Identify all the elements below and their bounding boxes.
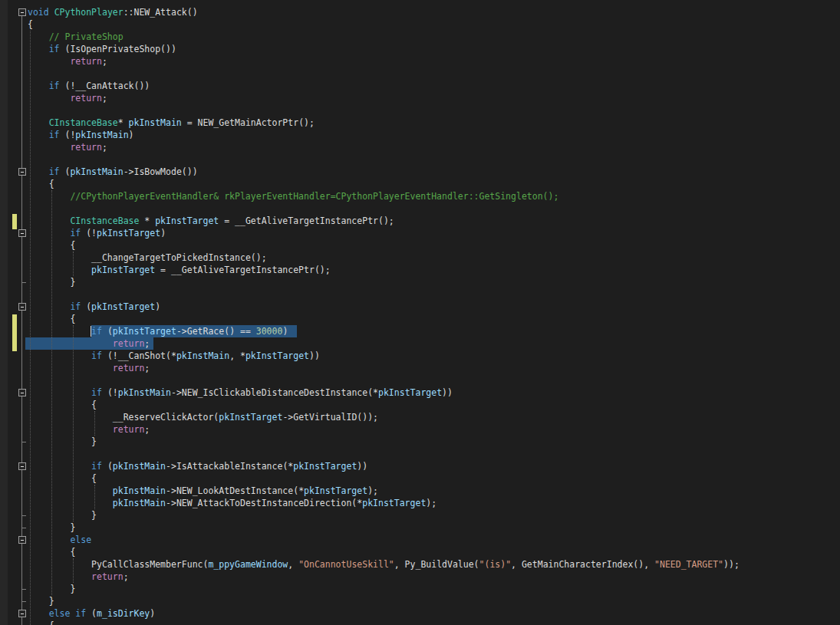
token-kw: if [91,326,102,337]
code-line[interactable]: return; [28,423,150,436]
code-line[interactable]: { [28,18,33,31]
code-line[interactable]: if (pkInstMain->IsBowMode()) [28,166,198,178]
code-line[interactable]: else [28,534,91,546]
fold-collapse-button[interactable] [18,536,26,544]
code-line[interactable]: return; [28,92,107,104]
token-pl: ( [81,301,91,312]
code-line[interactable]: } [28,521,75,534]
code-line[interactable]: if (!pkInstTarget) [28,227,166,239]
code-line[interactable]: return; [28,337,150,350]
token-ctl: return [70,142,102,153]
token-pl: { [91,400,97,410]
token-pl: ; [144,338,150,349]
minus-icon [21,307,24,308]
token-pl: (!__CanAttack()) [60,81,150,91]
code-line[interactable]: if (pkInstMain->IsAttackableInstance(*pk… [28,460,367,472]
code-line[interactable]: } [28,276,75,288]
code-line[interactable]: else if (m_isDirKey) [28,607,155,620]
token-pl: ( [102,461,113,472]
token-pl: ->NEW_IsClickableDistanceDestInstance(* [171,387,378,398]
token-pl: (!__CanShot(* [102,350,176,361]
code-line[interactable]: return; [28,55,107,67]
code-line[interactable]: { [28,178,54,190]
code-line[interactable]: if (pkInstTarget) [28,301,160,313]
token-pl: (! [60,130,76,140]
token-pl: , GetMainCharacterIndex(), [511,559,654,570]
code-line[interactable]: { [28,472,97,485]
code-line[interactable]: } [28,583,75,595]
token-cmt: //CPythonPlayerEventHandler& rkPlayerEve… [70,191,558,202]
token-pl: } [91,510,97,521]
code-line[interactable]: pkInstMain->NEW_AttackToDestInstanceDire… [28,497,436,509]
code-line[interactable]: CInstanceBase * pkInstTarget = __GetAliv… [28,215,394,227]
code-line[interactable]: void CPythonPlayer::NEW_Attack() [28,6,198,18]
minus-icon [21,613,24,614]
code-line[interactable]: if (pkInstTarget->GetRace() == 30000) [28,325,288,337]
token-var: pkInstTarget [91,265,155,275]
code-line[interactable]: return; [28,141,107,153]
token-var: m_isDirKey [97,608,150,619]
token-kw: else [49,608,71,619]
token-var: pkInstTarget [91,301,155,312]
fold-collapse-button[interactable] [18,462,26,470]
token-pl: ; [102,56,107,67]
token-pl: (! [81,228,97,238]
code-line[interactable]: } [28,436,97,448]
fold-collapse-button[interactable] [18,229,26,237]
code-line[interactable]: } [28,509,97,521]
code-line[interactable]: { [28,313,75,325]
token-pl: { [28,19,33,30]
code-line[interactable]: pkInstTarget = __GetAliveTargetInstanceP… [28,264,331,276]
code-editor[interactable]: void CPythonPlayer::NEW_Attack(){// Priv… [0,0,840,625]
code-line[interactable]: if (!__CanAttack()) [28,80,150,92]
code-line[interactable]: return; [28,571,129,583]
code-line[interactable]: { [28,546,75,558]
code-line[interactable]: if (!pkInstMain->NEW_IsClickableDistance… [28,387,453,399]
code-line[interactable]: CInstanceBase* pkInstMain = NEW_GetMainA… [28,117,315,129]
minus-icon [21,172,24,173]
token-num: 30000 [256,326,283,337]
token-pl: } [70,522,75,533]
code-line[interactable]: if (!__CanShot(*pkInstMain, *pkInstTarge… [28,350,320,362]
token-pl: = __GetAliveTargetInstancePtr(); [155,265,330,275]
token-pl: ) [282,326,288,337]
code-line[interactable]: { [28,620,54,625]
code-line[interactable]: { [28,239,75,252]
code-line[interactable]: PyCallClassMemberFunc(m_ppyGameWindow, "… [28,558,740,571]
token-pl: __ReserveClickActor( [113,412,219,423]
code-line[interactable]: if (IsOpenPrivateShop()) [28,43,176,55]
code-line[interactable]: if (!pkInstMain) [28,129,134,141]
minus-icon [21,540,24,541]
code-line[interactable]: // PrivateShop [28,31,124,43]
token-kw: void [28,7,49,18]
minus-icon [21,393,24,393]
token-pl: ) [155,301,160,312]
fold-collapse-button[interactable] [18,8,26,16]
token-pl: } [49,596,54,607]
code-line[interactable]: } [28,595,54,607]
token-var: pkInstTarget [362,498,426,508]
token-kw: else [70,535,91,545]
code-line[interactable]: __ReserveClickActor(pkInstTarget->GetVir… [28,411,378,423]
fold-collapse-button[interactable] [18,168,26,176]
indicator-margin [0,0,8,625]
token-pl: ) [150,608,155,619]
token-var: pkInstTarget [155,215,219,226]
token-kw: if [91,350,102,361]
token-pl: , Py_BuildValue( [394,559,479,570]
token-kw: if [75,608,86,619]
code-line[interactable]: return; [28,362,150,374]
fold-collapse-button[interactable] [18,303,26,311]
code-line[interactable]: __ChangeTargetToPickedInstance(); [28,252,267,264]
fold-collapse-button[interactable] [18,610,26,617]
token-ctl: return [70,56,102,67]
code-line[interactable]: //CPythonPlayerEventHandler& rkPlayerEve… [28,190,558,202]
fold-collapse-button[interactable] [18,389,26,396]
token-pl: )) [442,387,453,398]
token-pl: { [49,620,54,625]
token-pl: ->GetVirtualID()); [282,412,378,423]
token-cmt: // PrivateShop [49,31,124,42]
token-pl: ::NEW_Attack() [124,7,198,18]
code-line[interactable]: pkInstMain->NEW_LookAtDestInstance(*pkIn… [28,485,378,497]
code-line[interactable]: { [28,399,97,411]
